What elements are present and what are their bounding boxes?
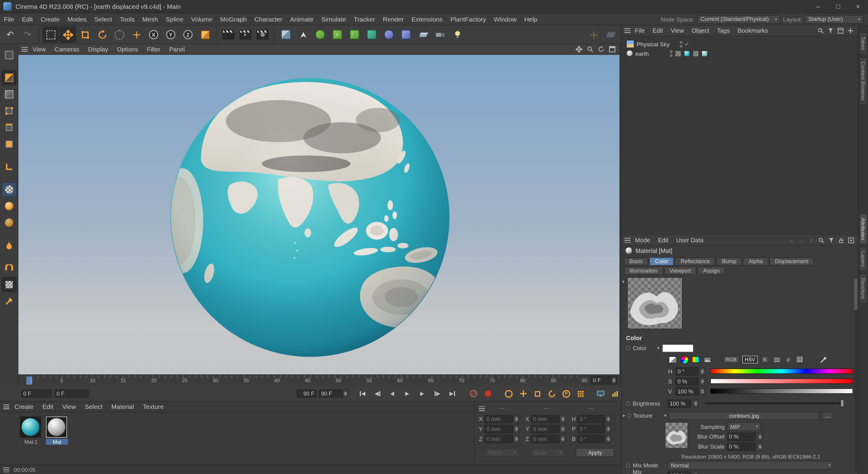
tab-illumination[interactable]: Illumination: [624, 267, 663, 275]
size-y-field[interactable]: 0 mm: [531, 425, 560, 433]
rotation-h-stepper[interactable]: [606, 415, 611, 423]
viewport-solo-button[interactable]: [1, 238, 17, 252]
position-z-field[interactable]: 0 mm: [484, 435, 513, 443]
om-search-icon[interactable]: [817, 27, 824, 34]
material-preview[interactable]: [627, 277, 683, 329]
autokeying-toggle[interactable]: [502, 388, 515, 399]
saturation-stepper[interactable]: [701, 377, 705, 385]
menu-render[interactable]: Render: [379, 16, 408, 23]
coordinates-panel-menu-icon[interactable]: [479, 406, 485, 411]
mix-strength-field[interactable]: 100 %: [668, 471, 691, 474]
blur-offset-field[interactable]: 0 %: [727, 432, 755, 440]
add-camera-button[interactable]: [433, 27, 448, 43]
position-z-stepper[interactable]: [514, 435, 519, 443]
render-view-button[interactable]: [220, 27, 237, 43]
am-filter-icon[interactable]: [828, 237, 835, 244]
size-y-stepper[interactable]: [561, 425, 565, 433]
layout-dropdown[interactable]: Startup (User)▾: [805, 14, 864, 23]
range-end-field[interactable]: 90 F: [319, 390, 348, 398]
texture-paint-mode-button[interactable]: [1, 87, 17, 102]
size-z-field[interactable]: 0 mm: [531, 435, 560, 443]
texture-tag-icon[interactable]: [701, 50, 708, 57]
am-new-panel-icon[interactable]: [847, 237, 855, 244]
dock-tab-layers[interactable]: Layers: [859, 246, 867, 271]
rotation-p-stepper[interactable]: [606, 425, 611, 433]
size-z-stepper[interactable]: [561, 435, 565, 443]
color-expand-icon[interactable]: ▾: [657, 346, 659, 350]
blur-offset-stepper[interactable]: [758, 432, 763, 440]
am-lock-icon[interactable]: [838, 237, 845, 244]
enabled-check-icon[interactable]: ✓: [685, 40, 690, 47]
material-menu-texture[interactable]: Texture: [139, 403, 167, 410]
color-wheel-icon[interactable]: [680, 356, 689, 364]
menu-help[interactable]: Help: [520, 16, 541, 23]
blur-scale-stepper[interactable]: [758, 442, 763, 450]
tab-bump[interactable]: Bump: [716, 257, 742, 265]
om-menu-tags[interactable]: Tags: [714, 27, 733, 34]
make-editable-button[interactable]: [1, 47, 17, 62]
rotate-tool-button[interactable]: [94, 27, 110, 43]
snap-settings-button[interactable]: [1, 261, 17, 275]
value-stepper[interactable]: [701, 387, 705, 395]
menu-extensions[interactable]: Extensions: [408, 16, 446, 23]
last-tool-button[interactable]: [111, 27, 127, 43]
preview-expand-icon[interactable]: ▾: [622, 279, 624, 284]
viewport-canvas[interactable]: [18, 55, 619, 375]
texture-expand-icon[interactable]: ▾: [622, 414, 626, 416]
scale-tool-button[interactable]: [77, 27, 93, 43]
texture-tag-icon[interactable]: [684, 50, 690, 57]
position-column-header[interactable]: —: [499, 405, 505, 411]
tab-displacement[interactable]: Displacement: [770, 257, 814, 265]
material-menu-edit[interactable]: Edit: [38, 403, 57, 410]
om-menu-file[interactable]: File: [631, 27, 648, 34]
dock-tab-structure[interactable]: Structure: [859, 273, 867, 304]
visibility-dots[interactable]: [680, 41, 682, 47]
position-x-stepper[interactable]: [514, 415, 519, 423]
record-scale-toggle[interactable]: [531, 388, 544, 399]
phong-tag-icon[interactable]: [675, 50, 681, 57]
saturation-field[interactable]: 0 %: [675, 377, 699, 385]
tab-basic[interactable]: Basic: [624, 257, 648, 265]
record-position-toggle[interactable]: [517, 388, 529, 399]
menu-tools[interactable]: Tools: [116, 16, 138, 23]
brightness-slider-knob[interactable]: [840, 400, 844, 407]
material-menu-view[interactable]: View: [58, 403, 80, 410]
x-axis-lock-button[interactable]: X: [146, 27, 161, 43]
undo-button[interactable]: ↶: [2, 27, 18, 43]
tab-assign[interactable]: Assign: [698, 267, 725, 275]
menu-simulate[interactable]: Simulate: [317, 16, 350, 23]
size-x-stepper[interactable]: [561, 415, 565, 423]
current-frame-field[interactable]: 0 F: [54, 390, 89, 398]
uv-mode-button[interactable]: [1, 215, 17, 230]
viewport-menu-options[interactable]: Options: [113, 46, 142, 53]
texture-browse-button[interactable]: ...: [822, 411, 834, 419]
am-search-icon[interactable]: [818, 237, 825, 244]
hex-icon[interactable]: #: [784, 356, 793, 364]
rotation-h-field[interactable]: 0 °: [577, 415, 605, 423]
rgb-mode-button[interactable]: RGB: [723, 356, 739, 364]
next-key-button[interactable]: [431, 388, 443, 399]
menu-character[interactable]: Character: [251, 16, 286, 23]
z-axis-lock-button[interactable]: Z: [180, 27, 196, 43]
coordinate-space-dropdown[interactable]: World▾: [485, 448, 519, 457]
status-menu-icon[interactable]: [3, 467, 9, 472]
node-space-dropdown[interactable]: Current (Standard/Physical)▾: [698, 14, 780, 23]
render-settings-button[interactable]: [255, 27, 271, 43]
object-row-physical-sky[interactable]: Physical Sky ✓: [622, 39, 858, 49]
brightness-field[interactable]: 100 %: [668, 399, 691, 407]
texture-file-button[interactable]: contours.jpg: [669, 411, 819, 419]
history-back-icon[interactable]: ←: [788, 237, 795, 244]
redo-button[interactable]: ↷: [20, 27, 35, 43]
transform-mode-dropdown[interactable]: Scale▾: [530, 448, 565, 457]
rotation-b-stepper[interactable]: [606, 435, 611, 443]
texture-keyframe-dot[interactable]: [627, 413, 631, 417]
viewport-rotate-icon[interactable]: [597, 45, 605, 53]
size-column-header[interactable]: —: [544, 405, 549, 411]
brightness-stepper[interactable]: [694, 399, 699, 407]
attribute-panel-menu-icon[interactable]: [624, 237, 630, 242]
om-menu-edit[interactable]: Edit: [649, 27, 666, 34]
history-forward-icon[interactable]: →: [798, 237, 805, 244]
texture-axis-mode-button[interactable]: [1, 199, 17, 213]
close-button[interactable]: ×: [848, 0, 868, 13]
viewport-toggle-icon[interactable]: [608, 45, 616, 53]
